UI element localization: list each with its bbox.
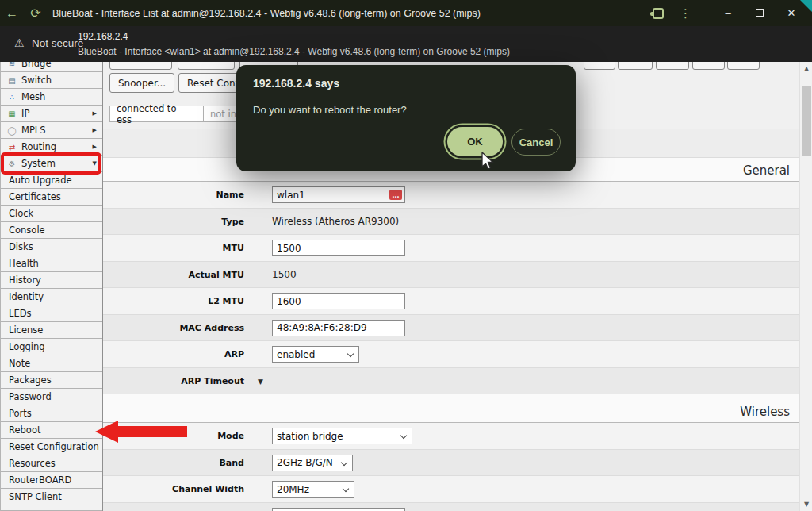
mac-address-input[interactable]: 48:A9:8A:F6:28:D9 (272, 320, 405, 336)
status-row: connected to ess not in (109, 106, 251, 122)
sidebar-item-reset-configuration[interactable]: Reset Configuration (1, 439, 102, 455)
sidebar-item-label: LEDs (9, 308, 32, 319)
sidebar-item-ip[interactable]: ▦IP▶ (1, 106, 102, 122)
expand-section-icon[interactable]: ▼ (258, 378, 263, 386)
sidebar-item-label: License (9, 325, 43, 336)
extensions-icon[interactable] (653, 8, 664, 19)
section-header-wireless: Wireless (103, 394, 799, 423)
browser-menu-icon[interactable]: ⋮ (680, 6, 691, 21)
sidebar-item-ports[interactable]: Ports (1, 405, 102, 422)
chevron-right-icon: ▶ (93, 127, 97, 133)
mtu-input[interactable]: 1500 (272, 240, 405, 256)
cancel-button[interactable]: Cancel (511, 129, 561, 156)
back-icon[interactable]: ← (0, 6, 24, 21)
arrow-head (95, 421, 118, 443)
form-row-l2-mtu: L2 MTU1600 (103, 288, 799, 315)
maximize-button[interactable] (744, 7, 776, 19)
sidebar-item-logging[interactable]: Logging (1, 339, 102, 355)
mouse-cursor (481, 152, 497, 171)
browser-titlebar: ← ⟳ BlueBoat - Interface List at admin@1… (0, 0, 812, 26)
sidebar-item-sntp-client[interactable]: SNTP Client (1, 489, 102, 505)
sidebar-item-packages[interactable]: Packages (1, 372, 102, 389)
sidebar-item-disks[interactable]: Disks (1, 239, 102, 256)
chevron-down-icon (341, 459, 347, 465)
chevron-down-icon (347, 351, 354, 357)
sidebar-item-label: MPLS (21, 125, 46, 136)
form-row-band: Band2GHz-B/G/N (103, 450, 799, 477)
maximize-icon (756, 9, 764, 17)
screen: ← ⟳ BlueBoat - Interface List at admin@1… (0, 0, 812, 511)
sidebar-item-label: IP (21, 108, 29, 119)
l2-mtu-input[interactable]: 1600 (272, 293, 405, 309)
sidebar-item-password[interactable]: Password (1, 389, 102, 405)
select-value: enabled (277, 349, 315, 360)
sidebar-item-clock[interactable]: Clock (1, 206, 102, 222)
scrollbar-thumb[interactable] (802, 86, 811, 156)
sidebar-item-label: SNTP Client (9, 491, 62, 502)
band-select[interactable]: 2GHz-B/G/N (272, 455, 353, 471)
sidebar-item-resources[interactable]: Resources (1, 455, 102, 472)
screen-corner-marker (800, 0, 812, 12)
field-label: L2 MTU (208, 296, 244, 306)
sidebar-item-item[interactable] (1, 505, 102, 511)
refresh-icon[interactable]: ⟳ (24, 6, 48, 21)
sidebar-item-switch[interactable]: ▤Switch (1, 72, 102, 89)
sidebar-item-auto-upgrade[interactable]: Auto Upgrade (1, 172, 102, 189)
sidebar-item-note[interactable]: Note (1, 355, 102, 372)
sidebar-item-label: Resources (9, 458, 56, 469)
partial-input[interactable] (272, 508, 405, 511)
sidebar-item-history[interactable]: History (1, 272, 102, 289)
mode-select[interactable]: station bridge (272, 428, 412, 444)
scroll-down-icon[interactable]: ▼ (800, 501, 812, 508)
arp-select[interactable]: enabled (272, 346, 359, 363)
form-row-arp: ARPenabled (103, 341, 799, 368)
name-input[interactable]: wlan1… (272, 186, 405, 203)
select-value: station bridge (277, 431, 343, 442)
chevron-right-icon: ▶ (93, 110, 97, 117)
type-value: Wireless (Atheros AR9300) (272, 216, 399, 227)
dialog-message: Do you want to reboot the router? (253, 104, 407, 116)
scroll-up-icon[interactable]: ▲ (800, 65, 812, 72)
sidebar-item-console[interactable]: Console (1, 222, 102, 239)
sidebar-item-label: Console (9, 225, 45, 236)
select-value: 20MHz (277, 484, 309, 495)
more-options-icon[interactable]: … (389, 190, 402, 200)
select-value: 2GHz-B/G/N (277, 457, 333, 468)
security-infobar: ⚠ Not secure 192.168.2.4 BlueBoat - Inte… (0, 26, 812, 62)
sidebar-item-mesh[interactable]: ∴Mesh (1, 89, 102, 106)
minimize-button[interactable]: – (712, 7, 744, 19)
field-label: Channel Width (172, 484, 244, 494)
sidebar-item-mpls[interactable]: ◯MPLS▶ (1, 122, 102, 139)
field-label: Actual MTU (188, 270, 244, 280)
sidebar-item-label: Clock (9, 208, 33, 219)
sidebar-item-label: Switch (21, 75, 52, 86)
form-row-arp-timeout: ARP Timeout▼ (103, 368, 799, 395)
status-spacer (190, 106, 204, 122)
sidebar-item-license[interactable]: License (1, 322, 102, 339)
interface-form: GeneralNamewlan1…TypeWireless (Atheros A… (103, 158, 799, 511)
status-connected: connected to ess (109, 106, 190, 122)
sidebar-item-routerboard[interactable]: RouterBOARD (1, 472, 102, 489)
vertical-scrollbar[interactable]: ▲ ▼ (799, 62, 812, 511)
sidebar-item-health[interactable]: Health (1, 256, 102, 272)
field-label: ARP Timeout (181, 376, 244, 386)
channel-width-select[interactable]: 20MHz (272, 481, 354, 498)
sidebar-item-identity[interactable]: Identity (1, 289, 102, 305)
window-title: BlueBoat - Interface List at admin@192.1… (52, 8, 481, 19)
sidebar-item-label: Packages (9, 375, 52, 386)
form-row-channel-width: Channel Width20MHz (103, 476, 799, 503)
snooper-button[interactable]: Snooper... (109, 73, 174, 93)
sidebar-item-reboot[interactable]: Reboot (1, 422, 102, 439)
site-host: 192.168.2.4 (78, 31, 128, 42)
sidebar-item-label: Note (9, 358, 30, 369)
sidebar-menu: ≋Bridge▤Switch∴Mesh▦IP▶◯MPLS▶⇄Routing▶⚙S… (0, 56, 103, 511)
sidebar-item-label: Auto Upgrade (9, 175, 72, 186)
field-label: Mode (217, 431, 244, 441)
switch-icon: ▤ (5, 76, 19, 85)
not-secure-label[interactable]: Not secure (32, 37, 83, 49)
sidebar-item-certificates[interactable]: Certificates (1, 189, 102, 206)
sidebar-item-label: Certificates (9, 191, 61, 202)
field-label: ARP (224, 349, 244, 359)
sidebar-item-leds[interactable]: LEDs (1, 305, 102, 322)
input-value: 1600 (277, 296, 301, 307)
